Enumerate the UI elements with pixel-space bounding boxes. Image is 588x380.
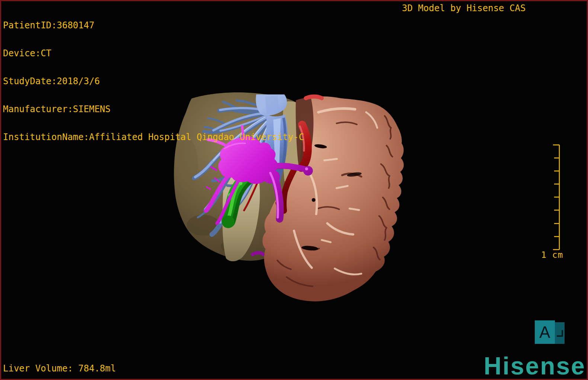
institution-line: InstitutionName:Affiliated Hospital Qing… bbox=[3, 133, 304, 142]
viewer-screen: PatientID:3680147 Device:CT StudyDate:20… bbox=[0, 0, 588, 380]
liver-volume-label: Liver Volume: 784.8ml bbox=[3, 363, 116, 374]
manufacturer-line: Manufacturer:SIEMENS bbox=[3, 105, 304, 114]
corner-glyph-icon bbox=[556, 329, 563, 338]
watermark-title: 3D Model by Hisense CAS bbox=[402, 3, 525, 13]
scale-bar bbox=[539, 141, 584, 264]
patient-id-line: PatientID:3680147 bbox=[3, 21, 304, 30]
device-line: Device:CT bbox=[3, 49, 304, 58]
scale-bar-ruler bbox=[553, 145, 559, 250]
orientation-cube-side bbox=[555, 322, 565, 344]
orientation-cube[interactable]: A bbox=[535, 320, 565, 344]
study-date-line: StudyDate:2018/3/6 bbox=[3, 77, 304, 86]
scale-label: 1 cm bbox=[541, 250, 563, 260]
hisense-logo: Hisense bbox=[484, 354, 586, 378]
orientation-cube-front: A bbox=[535, 320, 555, 344]
patient-info-overlay: PatientID:3680147 Device:CT StudyDate:20… bbox=[3, 2, 304, 161]
orientation-letter: A bbox=[539, 323, 550, 342]
